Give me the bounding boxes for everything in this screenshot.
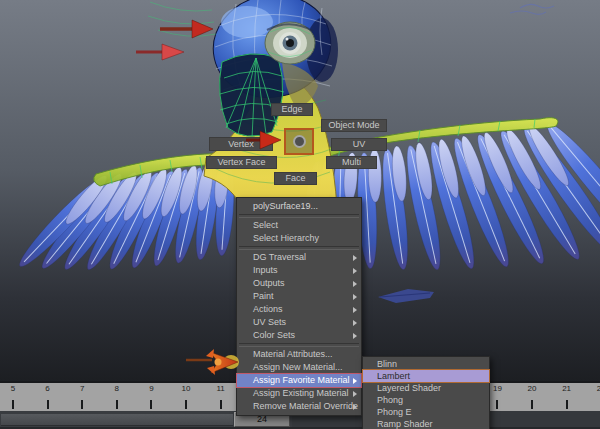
range-slider-bar[interactable] <box>1 414 233 426</box>
menu-item-outputs[interactable]: Outputs <box>237 277 361 290</box>
frame-tick <box>531 400 533 409</box>
marking-menu-item-object-mode[interactable]: Object Mode <box>321 119 387 132</box>
menu-item-dg-traversal[interactable]: DG Traversal <box>237 251 361 264</box>
marking-menu-item-vertex[interactable]: Vertex <box>209 137 273 151</box>
menu-item-paint[interactable]: Paint <box>237 290 361 303</box>
marking-menu-item-edge[interactable]: Edge <box>271 103 313 116</box>
frame-number: 19 <box>493 384 502 393</box>
submenu-item-phong[interactable]: Phong <box>363 394 489 406</box>
submenu-arrow-icon <box>353 404 357 410</box>
menu-item-color-sets[interactable]: Color Sets <box>237 329 361 342</box>
menu-item-remove-material-override[interactable]: Remove Material Override <box>237 400 361 413</box>
submenu-arrow-icon <box>353 320 357 326</box>
submenu-arrow-icon <box>353 268 357 274</box>
submenu-item-ramp-shader[interactable]: Ramp Shader <box>363 418 489 429</box>
marking-menu-item-vertex-face[interactable]: Vertex Face <box>206 156 277 169</box>
context-menu-title: polySurface19... <box>237 200 361 213</box>
marking-menu-item-uv[interactable]: UV <box>331 138 387 151</box>
submenu-item-blinn[interactable]: Blinn <box>363 358 489 370</box>
shader-submenu: BlinnLambertLayered ShaderPhongPhong ERa… <box>362 356 490 429</box>
menu-item-material-attributes[interactable]: Material Attributes... <box>237 348 361 361</box>
submenu-arrow-icon <box>353 255 357 261</box>
marking-menu-item-multi[interactable]: Multi <box>326 156 377 169</box>
submenu-item-phong-e[interactable]: Phong E <box>363 406 489 418</box>
frame-tick <box>150 400 152 409</box>
frame-tick <box>47 400 49 409</box>
menu-item-assign-existing-material[interactable]: Assign Existing Material <box>237 387 361 400</box>
frame-number: 10 <box>182 384 191 393</box>
marking-menu-item-face[interactable]: Face <box>274 172 317 185</box>
frame-tick <box>81 400 83 409</box>
menu-separator <box>239 214 359 218</box>
submenu-arrow-icon <box>353 294 357 300</box>
menu-separator <box>239 246 359 250</box>
submenu-item-layered-shader[interactable]: Layered Shader <box>363 382 489 394</box>
frame-tick <box>12 400 14 409</box>
frame-tick <box>566 400 568 409</box>
menu-item-select-hierarchy[interactable]: Select Hierarchy <box>237 232 361 245</box>
bird-eye <box>265 22 315 64</box>
frame-tick <box>220 400 222 409</box>
frame-number: 6 <box>45 384 49 393</box>
frame-tick <box>116 400 118 409</box>
submenu-arrow-icon <box>353 378 357 384</box>
frame-number: 7 <box>80 384 84 393</box>
menu-item-select[interactable]: Select <box>237 219 361 232</box>
context-menu: polySurface19... SelectSelect HierarchyD… <box>236 197 362 416</box>
submenu-item-lambert[interactable]: Lambert <box>363 370 489 382</box>
frame-number: 20 <box>528 384 537 393</box>
submenu-arrow-icon <box>353 281 357 287</box>
frame-tick <box>496 400 498 409</box>
menu-separator <box>239 343 359 347</box>
menu-item-assign-new-material[interactable]: Assign New Material... <box>237 361 361 374</box>
menu-item-inputs[interactable]: Inputs <box>237 264 361 277</box>
frame-number: 5 <box>11 384 15 393</box>
menu-item-assign-favorite-material[interactable]: Assign Favorite Material <box>237 374 361 387</box>
submenu-arrow-icon <box>353 391 357 397</box>
submenu-arrow-icon <box>353 333 357 339</box>
submenu-arrow-icon <box>353 307 357 313</box>
marking-menu-center[interactable] <box>284 128 314 155</box>
marking-menu-origin-icon <box>293 135 306 148</box>
frame-number: 21 <box>562 384 571 393</box>
frame-number: 11 <box>216 384 224 393</box>
menu-item-actions[interactable]: Actions <box>237 303 361 316</box>
menu-item-uv-sets[interactable]: UV Sets <box>237 316 361 329</box>
maya-viewport: 56789101119202122 24 EdgeObject ModeVert… <box>0 0 600 429</box>
frame-number: 9 <box>149 384 153 393</box>
frame-number: 8 <box>115 384 119 393</box>
frame-tick <box>185 400 187 409</box>
selected-faces-patch <box>220 54 284 138</box>
